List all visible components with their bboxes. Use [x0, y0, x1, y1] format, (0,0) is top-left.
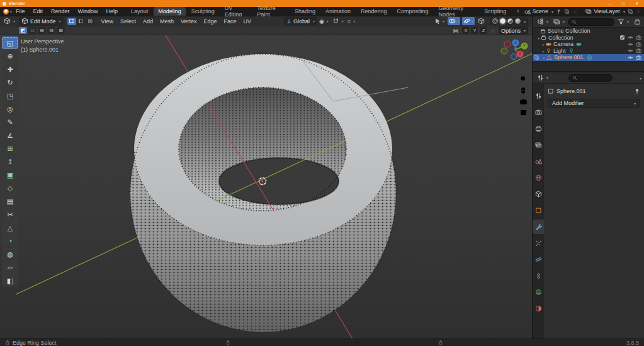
workspace-tab-uv-editing[interactable]: UV Editing: [220, 7, 251, 16]
tool-cursor[interactable]: ⊕: [2, 50, 18, 62]
show-overlays-button[interactable]: [448, 17, 460, 25]
menu-vertex[interactable]: Vertex: [181, 18, 197, 25]
navigation-gizmo[interactable]: Z Y X: [501, 40, 528, 60]
mode-selector[interactable]: Edit Mode: [19, 17, 64, 26]
material-preview-button[interactable]: [507, 18, 513, 24]
orthographic-toggle-icon[interactable]: [521, 110, 526, 115]
maximize-button[interactable]: □: [616, 0, 630, 7]
camera-view-icon[interactable]: [520, 99, 527, 104]
tool-scale[interactable]: ◳: [2, 89, 18, 102]
eye-icon[interactable]: [628, 55, 633, 60]
new-view-layer-icon[interactable]: [628, 9, 633, 14]
eye-icon[interactable]: [628, 35, 633, 40]
xray-toggle[interactable]: [462, 17, 475, 25]
face-select-button[interactable]: [86, 18, 95, 25]
tool-extrude-region[interactable]: ↥: [2, 155, 18, 168]
edge-select-button[interactable]: [77, 18, 86, 25]
properties-tab-world[interactable]: [533, 170, 544, 185]
options-dropdown[interactable]: Options: [499, 26, 528, 35]
properties-tab-physics[interactable]: [533, 252, 544, 267]
menu-view[interactable]: View: [101, 18, 113, 25]
properties-tab-constraints[interactable]: [533, 269, 544, 283]
transform-orientation[interactable]: ⊥ Global: [284, 17, 317, 25]
outliner-search-input[interactable]: [568, 18, 614, 26]
tool-loop-cut[interactable]: ▤: [2, 195, 18, 208]
outliner-row-sphere[interactable]: Sphere.001: [533, 54, 644, 61]
properties-tab-tool[interactable]: [533, 89, 544, 103]
snap-toggle[interactable]: [330, 17, 346, 25]
zoom-icon[interactable]: [521, 76, 526, 82]
add-modifier-button[interactable]: Add Modifier: [548, 99, 640, 108]
menu-edge[interactable]: Edge: [203, 18, 217, 25]
blender-logo-menu[interactable]: [3, 9, 12, 14]
select-mode-extend-button[interactable]: ⊞: [38, 27, 46, 34]
workspace-tab-scripting[interactable]: Scripting: [480, 7, 511, 16]
tool-rotate[interactable]: ↻: [2, 76, 18, 89]
delete-scene-icon[interactable]: [572, 9, 578, 14]
workspace-tab-texture-paint[interactable]: Texture Paint: [252, 7, 289, 16]
menu-mesh[interactable]: Mesh: [160, 18, 174, 25]
outliner-row-light[interactable]: Light: [533, 48, 644, 55]
workspace-tab-sculpting[interactable]: Sculpting: [187, 7, 219, 16]
select-mode-subtract-button[interactable]: ⊟: [47, 27, 55, 34]
workspace-tab-compositing[interactable]: Compositing: [393, 7, 433, 16]
workspace-tab--[interactable]: +: [512, 7, 524, 16]
menu-add[interactable]: Add: [143, 18, 153, 25]
tool-inset-faces[interactable]: ▣: [2, 169, 18, 181]
workspace-tab-animation[interactable]: Animation: [321, 7, 355, 16]
rendered-shading-button[interactable]: [515, 18, 521, 24]
new-scene-icon[interactable]: [564, 9, 570, 14]
outliner-row-camera[interactable]: Camera: [533, 41, 644, 48]
editor-type-button[interactable]: [2, 17, 17, 25]
new-collection-button[interactable]: [632, 18, 643, 26]
scene-3d[interactable]: Z Y X: [0, 35, 532, 338]
tool-add-cube[interactable]: ⊞: [2, 142, 18, 155]
show-gizmo-button[interactable]: [433, 17, 446, 25]
tool-poly-build[interactable]: △: [2, 221, 18, 234]
menu-face[interactable]: Face: [224, 18, 237, 25]
eye-icon[interactable]: [628, 48, 633, 53]
minimize-button[interactable]: —: [602, 0, 616, 7]
menu-edit[interactable]: Edit: [33, 8, 43, 14]
proportional-edit-button[interactable]: ○: [346, 18, 357, 25]
properties-tab-object-data[interactable]: [533, 285, 544, 299]
pin-icon[interactable]: [556, 9, 562, 14]
outliner-row-scene-collection[interactable]: Scene Collection: [533, 28, 644, 35]
properties-tab-render[interactable]: [533, 105, 544, 120]
pivot-point-button[interactable]: ◉: [317, 18, 330, 25]
pan-hand-icon[interactable]: [521, 87, 525, 94]
tool-annotate[interactable]: ✎: [2, 116, 18, 128]
properties-tab-object[interactable]: [533, 203, 544, 218]
disclosure-icon[interactable]: [543, 41, 545, 47]
camera-visibility-icon[interactable]: [636, 35, 641, 40]
workspace-tab-layout[interactable]: Layout: [127, 7, 152, 16]
workspace-tab-geometry-nodes[interactable]: Geometry Nodes: [434, 7, 479, 16]
wireframe-shading-button[interactable]: [492, 18, 498, 24]
mesh-object[interactable]: [130, 54, 408, 332]
properties-options-dropdown[interactable]: [638, 75, 641, 81]
properties-tab-particles[interactable]: [533, 236, 544, 250]
mirror-x-button[interactable]: X: [462, 27, 469, 34]
close-button[interactable]: ✕: [630, 0, 644, 7]
tool-rip-region[interactable]: ◧: [2, 274, 18, 287]
mirror-icon[interactable]: ⋈: [451, 27, 460, 35]
tool-measure[interactable]: ∡: [2, 129, 18, 142]
menu-select[interactable]: Select: [120, 18, 136, 25]
properties-tab-material[interactable]: [533, 301, 544, 316]
falloff-icon[interactable]: ∩: [489, 27, 496, 35]
camera-visibility-icon[interactable]: [636, 48, 641, 53]
mirror-y-button[interactable]: Y: [471, 27, 478, 34]
shading-dropdown[interactable]: [523, 18, 526, 25]
outliner-row-collection[interactable]: Collection: [533, 35, 644, 42]
xray-box-button[interactable]: [477, 17, 486, 25]
properties-tab-collection[interactable]: [533, 187, 544, 201]
disclosure-icon[interactable]: [538, 35, 539, 41]
menu-file[interactable]: File: [16, 8, 25, 14]
workspace-tab-modeling[interactable]: Modeling: [154, 7, 186, 16]
tool-spin[interactable]: ◔: [2, 235, 18, 247]
disclosure-icon[interactable]: [543, 54, 545, 60]
camera-visibility-icon[interactable]: [636, 55, 641, 60]
properties-tab-scene[interactable]: [533, 154, 544, 169]
menu-render[interactable]: Render: [51, 8, 70, 14]
view-layer-selector[interactable]: ViewLayer: [585, 8, 625, 14]
